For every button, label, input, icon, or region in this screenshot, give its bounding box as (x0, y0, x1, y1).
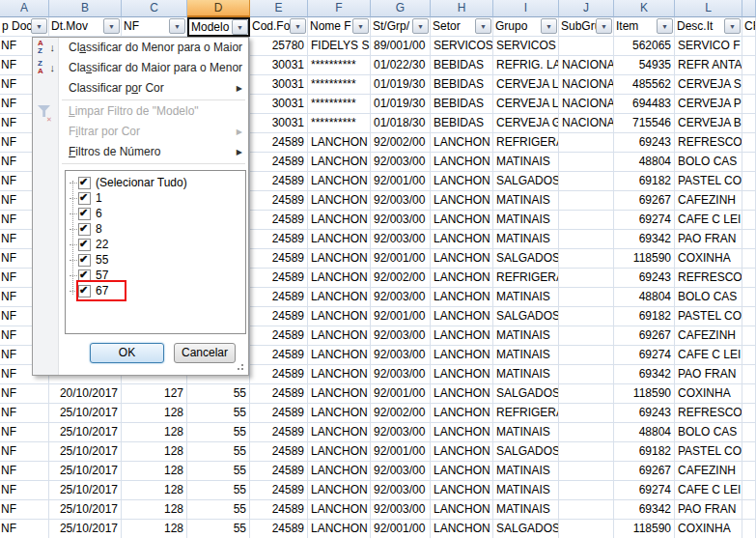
cell[interactable]: 24589 (250, 249, 308, 269)
cell[interactable]: 24589 (250, 326, 308, 346)
cell[interactable]: 92/001/00 (371, 307, 431, 326)
checkbox-checked[interactable] (78, 177, 91, 189)
cell[interactable]: LANCHON (308, 153, 371, 172)
cell[interactable]: 24589 (250, 462, 308, 481)
cell[interactable] (559, 211, 614, 230)
cell[interactable] (742, 75, 756, 95)
cell[interactable]: 24589 (250, 269, 308, 288)
cell[interactable]: LANCHON (431, 423, 493, 442)
cell[interactable]: CERVEJA B (675, 114, 742, 133)
cell[interactable]: CERVEJA P (675, 95, 742, 114)
cell[interactable]: LANCHON (431, 153, 493, 172)
cell[interactable] (559, 172, 614, 191)
cell[interactable]: MATINAIS (493, 481, 559, 500)
cell[interactable]: CERVEJA L (493, 95, 559, 114)
cell[interactable]: NF (0, 423, 49, 442)
cell[interactable] (742, 365, 756, 384)
column-letter-H[interactable]: H (431, 0, 493, 17)
menu-item-classificar-por-cor[interactable]: Classificar por Cor▶ (60, 78, 248, 99)
cell[interactable]: 48804 (614, 423, 675, 442)
filter-button[interactable]: ▼ (724, 18, 741, 34)
cell[interactable]: LANCHON (308, 442, 371, 462)
cell[interactable]: NF (0, 384, 49, 404)
cell[interactable]: LANCHON (431, 230, 493, 249)
cell[interactable]: 92/003/00 (371, 326, 431, 346)
cell[interactable]: 01/018/30 (371, 114, 431, 133)
cell[interactable]: 69243 (614, 404, 675, 423)
cell[interactable]: 562065 (614, 37, 675, 56)
cell[interactable]: CERVEJA L (493, 75, 559, 95)
cell[interactable] (559, 423, 614, 442)
cell[interactable]: SERVICOS (493, 37, 559, 56)
cell[interactable]: 69342 (614, 365, 675, 384)
cell[interactable]: PASTEL CO (675, 172, 742, 191)
cell[interactable]: 25/10/2017 (49, 462, 122, 481)
filter-value-item[interactable]: 22 (66, 237, 245, 252)
cell[interactable]: REFRIGERA (493, 404, 559, 423)
cell[interactable]: 69267 (614, 191, 675, 211)
cell[interactable]: NF (0, 520, 49, 538)
cell[interactable]: BOLO CAS (675, 288, 742, 307)
cell[interactable]: PAO FRAN (675, 365, 742, 384)
cell[interactable]: MATINAIS (493, 346, 559, 365)
cell[interactable]: 715546 (614, 114, 675, 133)
cell[interactable]: LANCHON (431, 249, 493, 269)
cell[interactable]: LANCHON (431, 481, 493, 500)
cell[interactable]: PASTEL CO (675, 442, 742, 462)
cell[interactable]: NF (0, 481, 49, 500)
cell[interactable]: NF (0, 404, 49, 423)
cell[interactable] (559, 37, 614, 56)
cell[interactable]: NACIONA (559, 95, 614, 114)
cell[interactable]: MATINAIS (493, 462, 559, 481)
cell[interactable]: 92/003/00 (371, 365, 431, 384)
cell[interactable]: 92/002/00 (371, 269, 431, 288)
cell[interactable]: 118590 (614, 249, 675, 269)
cell[interactable]: SALGADOS (493, 172, 559, 191)
column-letter-J[interactable]: J (559, 0, 614, 17)
resize-grip[interactable] (241, 368, 243, 370)
cell[interactable] (742, 326, 756, 346)
cell[interactable]: LANCHON (431, 520, 493, 538)
cell[interactable]: 92/001/00 (371, 172, 431, 191)
cell[interactable] (559, 500, 614, 520)
cell[interactable] (742, 307, 756, 326)
cell[interactable] (742, 153, 756, 172)
cell[interactable] (742, 481, 756, 500)
checkbox-checked[interactable] (78, 254, 91, 267)
cell[interactable]: REFRIGERA (493, 133, 559, 153)
cell[interactable]: CERVEJA G (493, 114, 559, 133)
cell[interactable]: 128 (122, 404, 187, 423)
cell[interactable] (559, 249, 614, 269)
filter-button[interactable]: ▼ (541, 18, 557, 34)
cell[interactable] (742, 404, 756, 423)
cell[interactable]: LANCHON (308, 133, 371, 153)
cell[interactable]: LANCHON (431, 191, 493, 211)
cell[interactable] (742, 269, 756, 288)
cell[interactable] (559, 230, 614, 249)
column-letter-I[interactable]: I (493, 0, 559, 17)
cell[interactable]: REFRIGERA (493, 269, 559, 288)
cell[interactable]: 128 (122, 462, 187, 481)
cell[interactable]: CAFEZINH (675, 191, 742, 211)
cell[interactable]: BEBIDAS (431, 114, 493, 133)
cell[interactable]: REFRESCO (675, 269, 742, 288)
filter-button[interactable]: ▼ (657, 18, 673, 34)
cell[interactable]: LANCHON (308, 288, 371, 307)
cell[interactable]: 92/001/00 (371, 442, 431, 462)
cell[interactable]: LANCHON (431, 404, 493, 423)
cell[interactable]: LANCHON (431, 307, 493, 326)
cell[interactable] (559, 481, 614, 500)
cell[interactable]: LANCHON (308, 249, 371, 269)
cell[interactable]: 127 (122, 384, 187, 404)
cell[interactable] (742, 133, 756, 153)
cell[interactable]: 69274 (614, 346, 675, 365)
cell[interactable]: 128 (122, 520, 187, 538)
filter-value-item[interactable]: 57 (66, 268, 245, 283)
cell[interactable]: COXINHA (675, 520, 742, 538)
filter-value-item[interactable]: 1 (66, 190, 245, 206)
cell[interactable]: 69267 (614, 462, 675, 481)
filter-value-item[interactable]: 6 (66, 206, 245, 221)
cell[interactable]: 24589 (250, 288, 308, 307)
cell[interactable]: 54935 (614, 56, 675, 75)
cell[interactable]: 55 (187, 520, 250, 538)
